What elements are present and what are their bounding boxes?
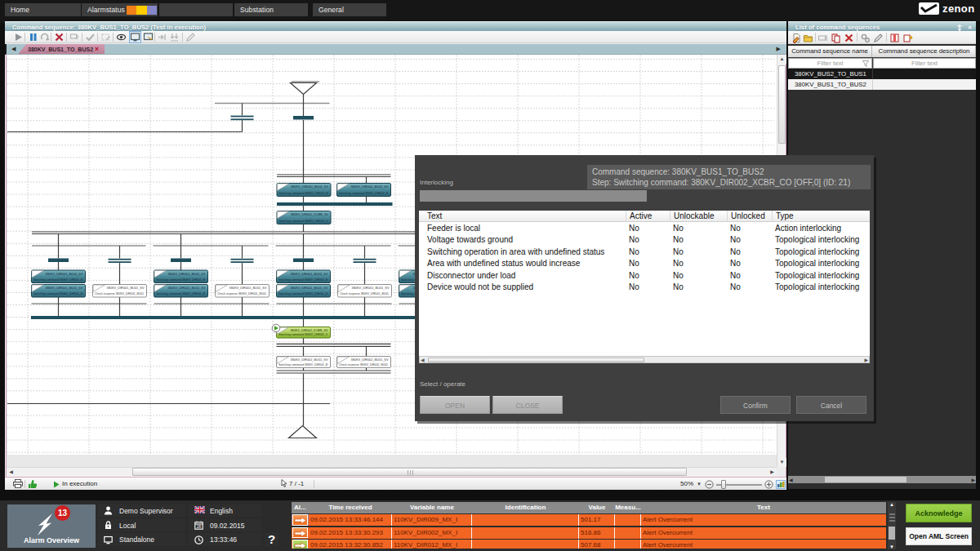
confirm-button[interactable]: Confirm [720,396,791,414]
alarm-scroll-thumb[interactable] [889,527,895,540]
date-cell[interactable]: 28 09.02.2015 [189,519,261,532]
visibility-icon[interactable] [116,32,127,42]
edit-icon[interactable] [873,33,884,43]
step-next-icon[interactable] [157,32,167,42]
screen-icon[interactable] [130,32,140,42]
alarm-scroll-up-icon[interactable]: ▲ [888,502,896,507]
panel-scroll-thumb[interactable] [825,477,906,482]
panel-filter-input[interactable]: Filter text [873,58,976,69]
top-tab-home[interactable]: Home [5,3,81,16]
rename-icon[interactable] [817,33,828,43]
network-cell[interactable]: Standalone [98,533,185,546]
zoom-slider-thumb[interactable] [721,480,726,489]
language-cell[interactable]: English [189,504,261,518]
panel-filter-input[interactable]: Filter text [788,58,872,69]
panel-titlebar[interactable]: List of command sequences × [788,21,976,31]
screen-switch-icon[interactable] [143,32,154,42]
interlocking-row[interactable]: Area with undefined status would increas… [419,258,870,270]
close-button[interactable]: CLOSE [492,396,563,414]
interlocking-column-header[interactable]: Active [626,211,652,222]
open-button[interactable]: OPEN [420,396,490,414]
step-all-icon[interactable] [169,32,180,42]
dialog-scroll-right-icon[interactable]: ▶ [864,357,868,362]
alarm-column-header[interactable]: Al... [292,502,309,513]
command-sequence-row[interactable]: 380KV_BUS2_TO_BUS1 [788,69,976,79]
tab-scroll-left-icon[interactable]: ◀ [11,46,16,52]
panel-column-header[interactable]: Command sequence name [788,46,872,57]
dialog-scroll-left-icon[interactable]: ◀ [421,357,425,362]
interlocking-column-header[interactable]: Unlockable [670,211,714,222]
export-icon[interactable] [902,33,913,43]
command-icon[interactable] [69,32,80,42]
settings-icon[interactable] [860,33,871,43]
top-tab-substation[interactable]: Substation [234,3,308,16]
canvas-horizontal-scrollbar[interactable]: ◀ ▶ [7,467,777,477]
cancel-icon[interactable] [54,32,65,42]
interlocking-row[interactable]: Voltage towards ground No No No Topologi… [419,234,870,247]
alarm-column-header[interactable]: Time received [309,502,392,513]
alarm-scroll-down-icon[interactable]: ▼ [888,544,896,549]
zoom-dropdown-icon[interactable]: ▼ [697,482,702,487]
confirm-icon[interactable] [85,32,96,42]
zoom-level[interactable]: 50% [680,480,693,487]
duplicate-icon[interactable] [831,33,841,43]
command-sequence-row[interactable]: 380KV_BUS1_TO_BUS2 [788,79,976,90]
alarm-column-header[interactable]: Identification [472,502,579,513]
dialog-scroll-thumb[interactable] [428,358,644,362]
panel-column-header[interactable]: Command sequence description [873,46,976,57]
alarm-column-header[interactable]: Value [579,502,615,513]
tab-scroll-right-icon[interactable]: ▶ [777,46,781,52]
top-tab-general[interactable]: General [313,3,386,16]
time-cell[interactable]: 13:33:46 [189,533,261,546]
help-button[interactable]: ? [265,533,278,546]
redo-icon[interactable] [40,32,51,42]
scroll-right-icon[interactable]: ▶ [768,468,777,477]
interlocking-row[interactable]: Switching operation in area with undefin… [419,247,870,259]
columns-icon[interactable] [889,33,900,43]
acknowledge-button[interactable]: Acknowledge [906,504,972,522]
new-icon[interactable] [791,33,802,43]
alarm-column-header[interactable]: Text [641,502,886,513]
alarm-row[interactable]: 09.02.2015 13:33:30.293 110KV_DIR002_MX_… [292,527,886,539]
edit-icon[interactable] [185,32,196,42]
delete-icon[interactable] [844,33,854,43]
edit-selection-icon[interactable] [100,32,111,42]
scroll-down-icon[interactable]: ▼ [777,458,786,467]
alarm-row[interactable]: 09.02.2015 13:32:30.852 110KV_DIR012_MX_… [292,540,886,549]
open-aml-button[interactable]: Open AML Screen [906,527,972,545]
document-tab[interactable]: 380KV_BUS1_TO_BUS2× [18,44,105,55]
vscroll-thumb[interactable] [778,65,786,144]
tab-close-icon[interactable]: × [95,45,99,53]
start-icon[interactable] [13,32,24,42]
alarm-row[interactable]: 09.02.2015 13:33:46.144 110KV_DIR009_MX_… [292,514,886,526]
alarm-overview-tile[interactable]: 13 Alarm Overview [7,504,96,548]
interlocking-column-header[interactable]: Type [772,211,794,222]
panel-close-icon[interactable]: × [968,24,972,31]
pause-icon[interactable] [28,32,38,42]
interlocking-row[interactable]: Device would not be supplied No No No To… [419,282,870,294]
zoom-in-icon[interactable] [764,480,773,491]
cancel-button[interactable]: Cancel [796,396,866,414]
zoom-out-icon[interactable] [705,480,714,491]
hscroll-thumb[interactable] [132,468,687,476]
window-titlebar[interactable]: Command sequence: 380KV_BUS1_TO_BUS2 (Te… [5,21,786,31]
mode-cell[interactable]: Local [98,519,185,532]
open-icon[interactable] [803,33,813,43]
panel-scroll-right-icon[interactable]: ▶ [971,477,975,482]
interlocking-row[interactable]: Feeder is local No No No Action interloc… [419,223,870,235]
interlocking-column-header[interactable]: Unlocked [727,211,765,222]
panel-horizontal-scrollbar[interactable]: ◀ ▶ [788,476,976,483]
scroll-left-icon[interactable]: ◀ [7,468,16,477]
alarm-scrollbar[interactable]: ▲ ▼ [888,502,896,549]
alarm-column-header[interactable]: Measu... [615,502,641,513]
alarm-column-header[interactable]: Variable name [392,502,472,513]
scroll-up-icon[interactable]: ▲ [777,55,786,64]
panel-scroll-left-icon[interactable]: ◀ [789,477,793,482]
view-options-icon[interactable] [776,480,786,491]
interlocking-column-header[interactable]: Text [424,211,442,222]
top-tab-blank[interactable] [159,3,233,16]
user-cell[interactable]: Demo Supervisor [98,504,185,518]
dialog-table-scrollbar[interactable]: ◀ ▶ [419,356,870,363]
interlocking-row[interactable]: Disconnector under load No No No Topolog… [419,270,870,282]
print-icon[interactable] [13,479,23,490]
